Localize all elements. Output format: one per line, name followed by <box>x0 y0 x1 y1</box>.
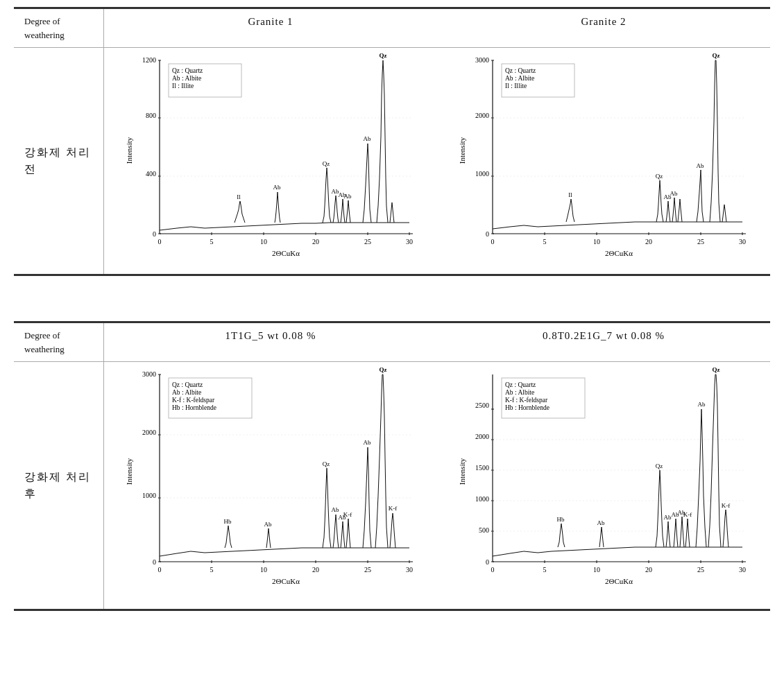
section-1-chart-1-wrapper: 0 400 800 1200 0 5 <box>104 48 437 274</box>
section-1-header: Degree ofweathering Granite 1 Granite 2 <box>14 9 770 48</box>
svg-text:Ab: Ab <box>273 184 281 191</box>
svg-text:Qz: Qz <box>380 53 387 59</box>
section-2-inner: Degree ofweathering 1T1G_5 wt 0.08 % 0.8… <box>14 322 770 610</box>
section-2-data-row: 강화제 처리 후 0 1000 2000 <box>14 362 770 609</box>
svg-text:Intensity: Intensity <box>458 458 466 485</box>
svg-text:Hb : Hornblende: Hb : Hornblende <box>172 404 216 411</box>
svg-text:2ΘCuKα: 2ΘCuKα <box>605 249 633 257</box>
svg-text:Intensity: Intensity <box>125 458 133 485</box>
svg-text:Ab: Ab <box>670 190 678 197</box>
svg-text:Qz: Qz <box>323 160 330 167</box>
svg-text:K-f: K-f <box>389 505 398 512</box>
svg-text:25: 25 <box>364 566 371 573</box>
svg-text:5: 5 <box>210 238 214 245</box>
svg-text:30: 30 <box>739 566 746 573</box>
section-2-charts: 0 1000 2000 3000 0 5 <box>104 362 770 609</box>
svg-text:Qz : Quartz: Qz : Quartz <box>172 381 203 388</box>
section-2-titles: 1T1G_5 wt 0.08 % 0.8T0.2E1G_7 wt 0.08 % <box>104 323 770 361</box>
svg-text:Ab : Albite: Ab : Albite <box>172 389 201 396</box>
svg-text:2500: 2500 <box>475 402 489 409</box>
svg-text:Il: Il <box>568 191 572 198</box>
section-1-titles: Granite 1 Granite 2 <box>104 9 770 47</box>
svg-text:Il: Il <box>237 193 241 200</box>
svg-text:1000: 1000 <box>475 495 489 503</box>
svg-text:0: 0 <box>158 238 162 245</box>
svg-text:Il  : Illite: Il : Illite <box>505 83 527 89</box>
svg-text:Qz: Qz <box>713 368 720 373</box>
svg-text:0: 0 <box>491 566 495 573</box>
svg-text:2ΘCuKα: 2ΘCuKα <box>605 577 633 585</box>
svg-text:25: 25 <box>697 566 704 573</box>
svg-text:2ΘCuKα: 2ΘCuKα <box>272 249 300 257</box>
svg-text:Ab: Ab <box>332 506 339 513</box>
section-1-degree-text: Degree ofweathering <box>24 16 65 40</box>
svg-text:0: 0 <box>486 558 489 566</box>
svg-text:400: 400 <box>146 170 156 178</box>
section-1-row-label-text: 강화제 처리 전 <box>24 144 93 178</box>
section-2-degree-text: Degree ofweathering <box>24 330 65 354</box>
svg-text:10: 10 <box>593 566 600 573</box>
svg-text:20: 20 <box>312 238 319 245</box>
svg-text:Ab: Ab <box>664 514 672 521</box>
section-2-row-label-text: 강화제 처리 후 <box>24 469 93 502</box>
svg-text:Qz: Qz <box>380 368 387 373</box>
section-1-inner: Degree ofweathering Granite 1 Granite 2 … <box>14 8 770 275</box>
svg-text:Ab: Ab <box>344 193 352 200</box>
svg-text:Ab : Albite: Ab : Albite <box>505 389 534 396</box>
section-2-title-1: 1T1G_5 wt 0.08 % <box>104 323 437 361</box>
svg-text:Qz : Quartz: Qz : Quartz <box>172 67 203 74</box>
svg-text:K-f: K-f <box>343 511 352 518</box>
svg-text:0: 0 <box>153 558 156 566</box>
svg-text:Ab: Ab <box>364 439 371 446</box>
svg-text:Qz: Qz <box>713 53 720 59</box>
svg-text:30: 30 <box>739 238 746 245</box>
svg-text:30: 30 <box>406 566 413 573</box>
section-2-chart-2-wrapper: 0 500 1000 1500 2000 <box>437 362 770 609</box>
svg-text:Qz: Qz <box>323 460 330 467</box>
section-2-header: Degree ofweathering 1T1G_5 wt 0.08 % 0.8… <box>14 323 770 362</box>
svg-text:Ab: Ab <box>697 162 704 169</box>
svg-text:0: 0 <box>491 238 495 245</box>
section-1-data-row: 강화제 처리 전 0 400 <box>14 48 770 274</box>
svg-text:20: 20 <box>645 566 652 573</box>
svg-text:30: 30 <box>406 238 413 245</box>
svg-text:K-f: K-f <box>683 511 692 518</box>
svg-text:Hb : Hornblende: Hb : Hornblende <box>505 404 549 411</box>
svg-text:5: 5 <box>210 566 214 573</box>
section-1-row-label: 강화제 처리 전 <box>14 48 104 274</box>
svg-text:1000: 1000 <box>142 492 156 499</box>
section-1-chart-1: 0 400 800 1200 0 5 <box>121 53 420 268</box>
section-2-chart-1-wrapper: 0 1000 2000 3000 0 5 <box>104 362 437 609</box>
svg-text:5: 5 <box>543 566 547 573</box>
svg-text:Il  : Illite: Il : Illite <box>172 83 194 89</box>
svg-text:1500: 1500 <box>475 464 489 472</box>
section-1-degree-label: Degree ofweathering <box>14 9 104 47</box>
svg-text:Qz : Quartz: Qz : Quartz <box>505 381 536 388</box>
svg-text:2000: 2000 <box>475 433 489 440</box>
section-2-row-label: 강화제 처리 후 <box>14 362 104 609</box>
svg-text:25: 25 <box>697 238 704 245</box>
section-2: Degree ofweathering 1T1G_5 wt 0.08 % 0.8… <box>14 321 770 611</box>
svg-text:5: 5 <box>543 238 547 245</box>
svg-text:0: 0 <box>158 566 162 573</box>
section-1-chart-2: 0 1000 2000 3000 0 5 <box>454 53 753 268</box>
svg-text:Ab: Ab <box>264 521 272 528</box>
section-1-charts: 0 400 800 1200 0 5 <box>104 48 770 274</box>
svg-text:10: 10 <box>260 238 267 245</box>
svg-text:Qz: Qz <box>656 173 663 180</box>
svg-text:Qz: Qz <box>656 463 663 469</box>
section-1-title-2: Granite 2 <box>437 9 770 47</box>
section-2-degree-label: Degree ofweathering <box>14 323 104 361</box>
svg-text:20: 20 <box>312 566 319 573</box>
svg-text:Qz : Quartz: Qz : Quartz <box>505 67 536 74</box>
section-2-title-2: 0.8T0.2E1G_7 wt 0.08 % <box>437 323 770 361</box>
spacer <box>14 297 770 321</box>
svg-text:K-f : K-feldspar: K-f : K-feldspar <box>505 397 548 404</box>
svg-text:3000: 3000 <box>475 56 489 64</box>
svg-text:Hb: Hb <box>557 516 565 523</box>
svg-text:20: 20 <box>645 238 652 245</box>
section-1: Degree ofweathering Granite 1 Granite 2 … <box>14 7 770 276</box>
svg-text:Intensity: Intensity <box>458 137 466 164</box>
svg-text:2ΘCuKα: 2ΘCuKα <box>272 577 300 585</box>
svg-text:2000: 2000 <box>142 429 156 436</box>
